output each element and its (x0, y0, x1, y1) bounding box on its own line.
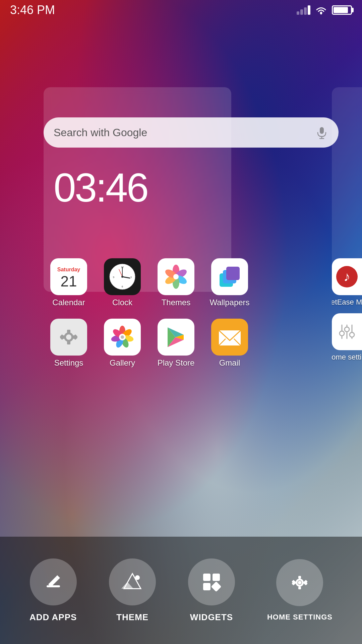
svg-rect-64 (298, 576, 301, 579)
svg-rect-59 (213, 574, 220, 581)
playstore-icon (158, 319, 194, 356)
app-gallery[interactable]: Gallery (101, 319, 144, 372)
right-app-column: ♪ NetEase M... Home setti... (332, 258, 362, 362)
svg-point-57 (135, 575, 140, 580)
theme-circle (109, 558, 156, 605)
app-playstore[interactable]: Play Store (154, 319, 198, 372)
gmail-icon (211, 319, 248, 356)
svg-text:9: 9 (113, 276, 114, 278)
status-icons (297, 5, 352, 15)
svg-rect-25 (67, 330, 70, 333)
netease-svg: ♪ (335, 265, 359, 288)
calendar-icon: Saturday 21 (50, 258, 87, 295)
svg-point-53 (350, 332, 354, 337)
home-settings-partial-label: Home setti... (332, 353, 362, 362)
themes-svg (163, 263, 189, 290)
svg-point-12 (121, 276, 123, 278)
svg-point-19 (173, 274, 179, 279)
app-clock[interactable]: 12 3 6 9 Clock (101, 258, 144, 312)
app-grid: Saturday 21 Calendar 12 3 6 9 Cloc (47, 258, 251, 372)
app-wallpapers[interactable]: Wallpapers (208, 258, 251, 312)
add-apps-circle (30, 558, 77, 605)
calendar-label: Calendar (52, 298, 85, 307)
add-apps-label: ADD APPS (29, 612, 77, 623)
playstore-svg (164, 325, 189, 350)
settings-label: Settings (54, 358, 83, 368)
clock-icon: 12 3 6 9 (104, 258, 141, 295)
gmail-svg (217, 327, 242, 347)
app-calendar[interactable]: Saturday 21 Calendar (47, 258, 90, 312)
widgets-icon (200, 570, 223, 594)
add-apps-icon (42, 570, 65, 594)
home-settings-circle (276, 559, 323, 606)
home-settings-action-icon (288, 571, 311, 594)
netease-label: NetEase M... (332, 298, 362, 307)
svg-rect-54 (47, 585, 60, 587)
svg-point-41 (121, 335, 124, 339)
app-netease[interactable]: ♪ NetEase M... (332, 258, 362, 307)
svg-point-51 (340, 331, 344, 336)
theme-icon (121, 570, 144, 594)
widgets-label: WIDGETS (190, 612, 233, 623)
svg-point-63 (298, 581, 302, 585)
action-home-settings[interactable]: HOME SETTINGS (267, 559, 333, 622)
svg-point-52 (345, 327, 349, 332)
svg-rect-60 (203, 583, 210, 590)
wallpapers-icon (211, 258, 248, 295)
settings-icon (50, 319, 87, 356)
svg-rect-43 (219, 330, 241, 345)
svg-text:♪: ♪ (344, 269, 350, 284)
svg-rect-26 (67, 341, 70, 344)
bottom-bar: ADD APPS THEME WIDGETS (0, 537, 362, 644)
action-widgets[interactable]: WIDGETS (188, 558, 235, 623)
gmail-label: Gmail (219, 358, 240, 368)
signal-icon (297, 5, 310, 15)
home-settings-action-label: HOME SETTINGS (267, 613, 333, 622)
clock-face-svg: 12 3 6 9 (109, 263, 136, 290)
calendar-date: 21 (61, 274, 77, 289)
action-theme[interactable]: THEME (109, 558, 156, 623)
svg-rect-1 (320, 127, 324, 134)
gallery-svg (109, 324, 136, 351)
netease-icon: ♪ (332, 258, 362, 295)
app-settings[interactable]: Settings (47, 319, 90, 372)
clock-label: Clock (112, 298, 132, 307)
settings-svg (55, 324, 82, 351)
action-add-apps[interactable]: ADD APPS (29, 558, 77, 623)
home-settings-icon (332, 313, 362, 350)
app-themes[interactable]: Themes (154, 258, 198, 312)
widgets-circle (188, 558, 235, 605)
wifi-icon (315, 5, 327, 15)
svg-rect-61 (211, 581, 221, 592)
clock-display: 03:46 (54, 164, 147, 211)
svg-text:3: 3 (130, 276, 132, 278)
svg-point-24 (66, 334, 71, 340)
status-bar: 3:46 PM (0, 0, 362, 20)
mic-icon[interactable] (315, 126, 328, 139)
svg-point-0 (320, 12, 322, 14)
playstore-label: Play Store (158, 358, 195, 368)
app-home-settings[interactable]: Home setti... (332, 313, 362, 362)
themes-label: Themes (162, 298, 191, 307)
app-gmail[interactable]: Gmail (208, 319, 251, 372)
wallpapers-label: Wallpapers (209, 298, 249, 307)
battery-icon (332, 5, 352, 15)
themes-icon (158, 258, 194, 295)
wallpapers-svg (216, 263, 243, 290)
status-time: 3:46 PM (10, 3, 55, 17)
svg-rect-65 (298, 587, 301, 589)
search-bar[interactable]: Search with Google (44, 117, 339, 148)
svg-rect-58 (203, 574, 210, 581)
calendar-day-name: Saturday (50, 265, 87, 273)
svg-rect-22 (226, 267, 240, 280)
search-placeholder: Search with Google (54, 126, 315, 139)
home-settings-svg (335, 320, 359, 343)
gallery-icon (104, 319, 141, 356)
svg-text:6: 6 (122, 285, 123, 288)
gallery-label: Gallery (110, 358, 135, 368)
svg-marker-56 (121, 582, 133, 589)
theme-label: THEME (116, 612, 148, 623)
